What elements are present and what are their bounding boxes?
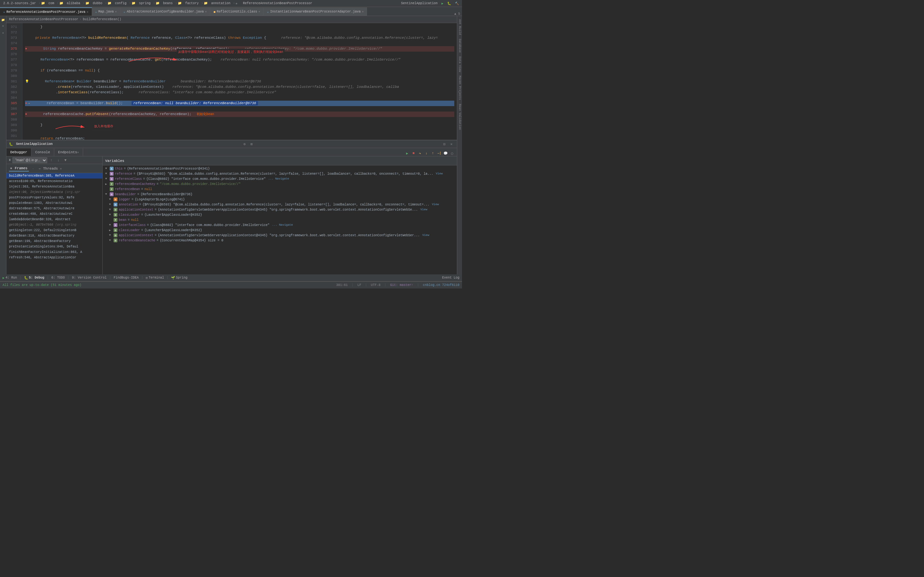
breadcrumb-class[interactable]: ReferenceAnnotationBeanPostProcessor [9,18,78,21]
var-logger[interactable]: ▼ ⊙ logger = {LogAdapter$Log4jLog@6741} [103,197,457,202]
var-cl2-expand[interactable]: ▶ [109,229,112,232]
frame-3[interactable]: inject:90, InjectionMetadata (org.spr [6,189,102,195]
tab-instantiation[interactable]: ☕ InstantiationAwareBeanPostProcessorAda… [264,7,367,16]
var-interfaceClass[interactable]: ▼ ⊘ interfaceClass = {Class@6602} "inter… [103,222,457,227]
ant-build-panel[interactable]: Ant Build [457,17,462,37]
frame-0[interactable]: buildReferenceBean:385, ReferenceA [6,173,102,179]
console-tab[interactable]: Console [31,148,54,156]
frame-5[interactable]: populateBean:1383, AbstractAutowi [6,200,102,206]
var-cl-expand[interactable]: ▼ [109,213,112,216]
tab-close-abstract[interactable]: ✕ [205,10,207,13]
threads-close[interactable]: ✕ [60,167,61,171]
var-cachekey[interactable]: ▶ f referenceBeanCacheKey = "/com.momo.d… [103,181,457,187]
folder-beans[interactable]: beans [161,2,174,5]
frame-11[interactable]: doGetBean:318, AbstractBeanFactory [6,233,102,239]
var-ck-expand[interactable]: ▶ [105,182,108,186]
var-referenceBean[interactable]: f referenceBean = null [103,187,457,192]
var-this[interactable]: ▼ t this = {ReferenceAnnotationBeanPostP… [103,166,457,171]
runner-vc[interactable]: 9: Version Control [72,276,107,279]
code-content[interactable]: } private ReferenceBean<?> buildReferenc… [23,23,457,140]
folder-spring[interactable]: spring [137,2,152,5]
var-referenceClass[interactable]: ▼ ⊙ referenceClass = {Class@6602} "inter… [103,176,457,181]
database-panel[interactable]: Database [457,37,462,55]
var-ic-expand[interactable]: ▼ [109,223,112,227]
tab-close-map[interactable]: ✕ [115,10,117,13]
var-rb-expand[interactable] [105,187,108,191]
thread-filter-icon[interactable]: ▼ [63,157,68,163]
settings-icon[interactable]: ⚙ [242,141,247,147]
folder-alibaba[interactable]: alibaba [65,2,82,5]
app-selector[interactable]: SentinelApplication [399,2,439,5]
var-ann-navigate[interactable]: View [432,203,439,206]
status-line-sep[interactable]: LF [357,284,361,287]
var-bb-expand[interactable]: ▼ [105,193,108,196]
step-over-icon[interactable]: ↷ [417,150,423,156]
jar-label[interactable]: 2.6.2-sources.jar [1,2,38,5]
step-out-icon[interactable]: ↑ [430,150,436,156]
thread-up-icon[interactable]: ↑ [48,157,54,163]
var-this-expand[interactable]: ▼ [105,167,108,170]
debugger-tab[interactable]: Debugger [6,148,31,156]
frames-tab[interactable]: ≡ Frames [9,166,29,171]
runner-event-log[interactable]: Event Log [442,276,459,279]
frame-12[interactable]: getBean:199, AbstractBeanFactory [6,239,102,244]
maven-projects-panel[interactable]: Maven Projects [457,74,462,102]
runner-spring[interactable]: 🌱 Spring [171,276,187,280]
runner-run[interactable]: ▶ 4: Run [3,276,17,280]
var-ann-expand[interactable]: ▼ [109,203,112,206]
resume-icon[interactable]: ▶ [404,150,410,156]
frame-7[interactable]: createBean:498, AbstractAutowireC [6,211,102,217]
threads-tab[interactable]: ⇢ Threads ✕ [37,166,63,171]
thread-down-icon[interactable]: ↓ [55,157,61,163]
close-debug-icon[interactable]: ✕ [449,141,454,147]
frame-14[interactable]: finishBeanFactoryInitialization:863, A [6,250,102,255]
run-button[interactable]: ▶ [439,2,445,5]
run-cursor-icon[interactable]: →| [436,150,442,156]
runner-debug[interactable]: 🐛 5: Debug [24,276,44,280]
var-appctx2[interactable]: ▼ ⊘ applicationContext = {AnnotationConf… [103,233,457,238]
var-bn-expand[interactable] [109,218,112,221]
stop-icon[interactable]: ■ [411,150,417,156]
var-ref-expand[interactable]: ▼ [105,172,108,175]
tab-reflection[interactable]: ◼ ReflectionUtils.class ✕ [210,7,263,16]
breadcrumb-method[interactable]: buildReferenceBean() [83,18,121,21]
folder-dubbo[interactable]: dubbo [91,2,104,5]
folder-config[interactable]: config [113,2,128,5]
var-ic-navigate[interactable]: ... Navigate [272,223,293,227]
frame-6[interactable]: doCreateBean:575, AbstractAutowire [6,206,102,211]
frame-13[interactable]: preInstantiateSingletons:846, Defaul [6,244,102,250]
runner-findbugs[interactable]: FindBugs-IDEA [113,276,139,279]
status-git[interactable]: Git: master↑ [390,284,413,287]
var-referenceBeanCache[interactable]: ▼ ⊘ referenceBeansCache = {ConcurrentHas… [103,238,457,243]
tab-close-reflection[interactable]: ✕ [258,10,260,13]
status-blog[interactable]: cnblog.cn 724of6110 [423,284,459,287]
var-beanBuilder[interactable]: ▼ ⊙ beanBuilder = {ReferenceBeanBuilder@… [103,192,457,197]
tab-map[interactable]: ☕ Map.java ✕ [92,7,120,16]
restore-icon[interactable]: ⊡ [441,141,447,147]
var-rc-navigate[interactable]: ... Navigate [268,177,289,181]
var-classloader[interactable]: ▼ ⊘ classLoader = {Launcher$AppClassLoad… [103,212,457,218]
frame-1[interactable]: access$100:65, ReferenceAnnotatio [6,179,102,184]
endpoints-close[interactable]: ✕ [77,151,79,154]
var-log-expand[interactable]: ▼ [109,198,112,201]
layout-icon[interactable]: ⊞ [249,141,254,147]
sidebar-structure-icon[interactable]: ≡ [1,24,6,29]
data-view-panel[interactable]: Data View [457,55,462,74]
endpoints-tab[interactable]: Endpoints ✕ [54,148,83,156]
frame-10[interactable]: getSingleton:222, DefaultSingletonB [6,227,102,233]
var-rbc-expand[interactable]: ▼ [109,239,112,242]
var-bean[interactable]: f bean = null [103,218,457,222]
var-appctx[interactable]: ▼ ⊘ applicationContext = {AnnotationConf… [103,207,457,212]
main-class-label[interactable]: ReferenceAnnotationBeanPostProcessor [241,2,314,5]
var-reference[interactable]: ▼ ⊙ reference = {$Proxy61@6593} "@com.al… [103,171,457,176]
folder-annotation[interactable]: annotation [209,2,232,5]
frame-2[interactable]: inject:363, ReferenceAnnotationBea [6,184,102,189]
var-rc-expand[interactable]: ▼ [105,177,108,181]
runner-todo[interactable]: 6: TODO [51,276,65,279]
folder-factory[interactable]: factory [183,2,200,5]
status-encoding[interactable]: UTF-8 [371,284,381,287]
thread-dropdown[interactable]: "main" @1 in gr... [13,157,47,163]
tab-close-reference-annotation[interactable]: ✕ [87,10,88,14]
status-line-col[interactable]: 381:61 [336,284,348,287]
sidebar-project-icon[interactable]: 📁 [1,17,6,23]
